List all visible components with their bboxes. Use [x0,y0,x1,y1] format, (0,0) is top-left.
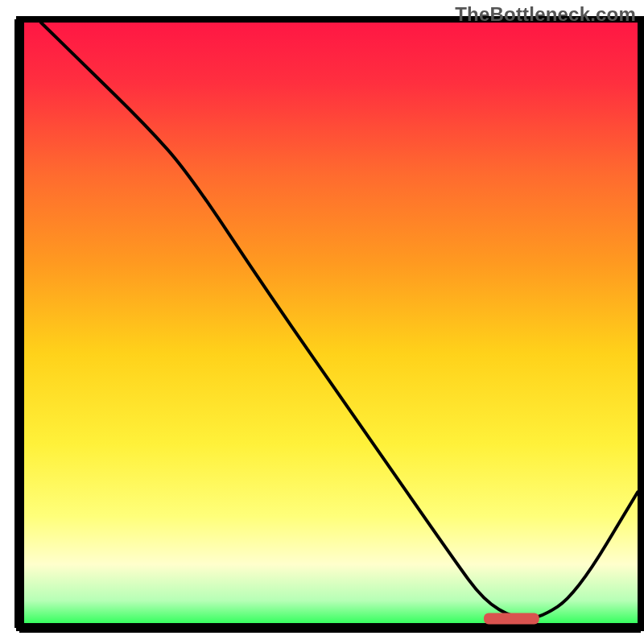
plot-background [23,23,638,625]
watermark-text: TheBottleneck.com [455,3,636,26]
optimal-marker [484,613,539,625]
chart-svg [0,0,644,644]
bottleneck-chart: TheBottleneck.com [0,0,644,644]
